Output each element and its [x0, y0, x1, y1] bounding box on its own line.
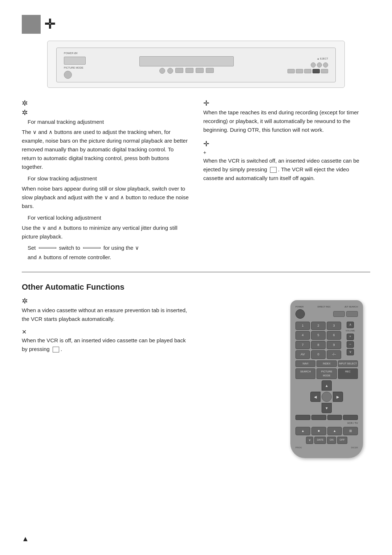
top-icon-area: ✛: [22, 15, 370, 34]
other-functions-heading: Other Automatic Functions: [22, 281, 370, 293]
power-label: POWER: [295, 305, 304, 309]
rec-btn[interactable]: REC: [338, 368, 358, 379]
bottom-btn-1[interactable]: ▲: [295, 427, 310, 436]
vcr-tape-slot: [139, 56, 234, 66]
down-small-btn[interactable]: ∨: [306, 437, 313, 444]
vcr-left-panel: POWER Ø/I PICTURE MODE: [64, 52, 86, 79]
bottom-btn-4[interactable]: ⊞: [343, 427, 358, 436]
nav-up-btn[interactable]: ▲: [322, 380, 332, 391]
vcr-buttons-row: [159, 68, 214, 74]
index-btn[interactable]: INDEX: [317, 360, 336, 367]
vcr-btn-2: [167, 68, 173, 74]
vertical-text: Use the ∨ and ∧ buttons to minimize any …: [22, 224, 189, 241]
btn-1[interactable]: 1: [295, 322, 310, 330]
bottom-arrow: ▲: [22, 533, 29, 544]
vcr-tv-labels: VCR / TV: [295, 421, 358, 425]
set-box-1: [39, 247, 56, 249]
btn-5[interactable]: 5: [311, 331, 326, 340]
vcr-btn-rect-1: [175, 68, 183, 73]
for-manual-label: For manual tracking adjustment: [28, 118, 189, 126]
jet-search-btn[interactable]: [346, 311, 358, 317]
btn-minus[interactable]: -/–: [327, 350, 341, 359]
btn-av[interactable]: AV: [295, 350, 310, 359]
btn-7[interactable]: 7: [295, 341, 310, 350]
btn-0[interactable]: 0: [311, 350, 326, 359]
play-btn[interactable]: [327, 415, 342, 420]
search-row: SEARCH PICTURE MODE REC: [295, 368, 358, 379]
prog-dicer-row: PROG DICER: [295, 446, 358, 449]
cassette-sym: ✲: [22, 297, 189, 305]
date-btn[interactable]: DATE: [314, 437, 326, 444]
pause-btn[interactable]: [311, 415, 326, 420]
btn-3[interactable]: 3: [327, 322, 341, 330]
gray-block-icon: [22, 15, 41, 34]
vol-plus-btn[interactable]: +: [347, 334, 354, 340]
bottom-btn-3[interactable]: ▲: [327, 427, 342, 436]
set-label: Set: [28, 244, 36, 252]
nav-center-btn[interactable]: [322, 392, 332, 402]
vcr-right-panel: ▲ EJECT: [287, 57, 328, 73]
right-column: ✛ When the tape reaches its end during r…: [203, 99, 370, 265]
eject-text: When the VCR is switched off, an inserte…: [203, 156, 370, 183]
slow-text: When noise bars appear during still or s…: [22, 184, 189, 211]
bottom-btns-row: ▲ ■ ▲ ⊞: [295, 427, 358, 436]
input-select-btn[interactable]: INPUT SELECT: [338, 360, 358, 367]
bottom-left-col: ✲ When a video cassette without an erasu…: [22, 297, 189, 458]
vcr-eject-label: ▲ EJECT: [317, 57, 328, 60]
vcr-diagram: POWER Ø/I PICTURE MODE ▲ EJECT: [47, 41, 345, 88]
bottom-btn-2[interactable]: ■: [311, 427, 326, 436]
on-btn[interactable]: ON: [327, 437, 336, 444]
play-button-placeholder: [53, 347, 59, 352]
vcr-power-label: POWER Ø/I: [64, 52, 86, 56]
vcr-btn-rect-3: [196, 68, 204, 73]
nav-right-btn[interactable]: ▶: [333, 392, 343, 402]
picture-mode-btn[interactable]: PICTURE MODE: [317, 368, 336, 379]
direct-rec-btn[interactable]: [333, 311, 345, 317]
direct-rec-label: DIRECT REC: [317, 305, 331, 309]
set-line: Set switch to for using the ∨: [28, 244, 189, 252]
stop-btn[interactable]: [295, 415, 310, 420]
power-button[interactable]: [295, 309, 305, 319]
nav-left-btn[interactable]: ◀: [310, 392, 320, 402]
top-symbol-icon: ✛: [44, 15, 55, 34]
jet-search-label: JET SEARCH: [344, 305, 358, 309]
btn-4[interactable]: 4: [295, 331, 310, 340]
auto-rewind-text: When the tape reaches its end during rec…: [203, 108, 370, 134]
number-grid-area: 1 2 3 4 5 6 7: [295, 322, 341, 359]
vol-minus-btn[interactable]: –: [347, 341, 354, 348]
search-btn[interactable]: SEARCH: [295, 368, 315, 379]
bottom-two-col: ✲ When a video cassette without an erasu…: [22, 297, 370, 458]
btn-2[interactable]: 2: [311, 322, 326, 330]
ff-btn[interactable]: [343, 415, 358, 420]
page: ✛ POWER Ø/I PICTURE MODE: [0, 0, 392, 555]
btn-6[interactable]: 6: [327, 331, 341, 340]
remote-area: POWER DIRECT REC JET SEARCH: [290, 300, 370, 458]
tracking-sym2: ✲: [22, 108, 189, 117]
transport-row: [295, 415, 358, 420]
two-col-section: ✲ ✲ For manual tracking adjustment The ∨…: [22, 99, 370, 265]
nav-cross-inner: ▲ ▼ ◀ ▶: [310, 380, 343, 413]
left-column: ✲ ✲ For manual tracking adjustment The ∨…: [22, 99, 189, 265]
vcr-btn-1: [159, 68, 165, 74]
off-btn[interactable]: OFF: [337, 437, 347, 444]
btn-9[interactable]: 9: [327, 341, 341, 350]
down-arrow-btn[interactable]: ∨: [347, 349, 354, 355]
tv-label: TV: [355, 421, 358, 425]
btn-8[interactable]: 8: [311, 341, 326, 350]
up-arrow-btn[interactable]: ∧: [347, 322, 354, 328]
tracking-sym1: ✲: [22, 99, 189, 107]
tracking-text: The ∨ and ∧ buttons are used to adjust t…: [22, 128, 189, 171]
auto-rewind-sym: ✛: [203, 99, 370, 107]
switch-to-label: switch to: [59, 244, 80, 252]
nav-down-btn[interactable]: ▼: [322, 403, 332, 413]
vcr-off-sym: ✕: [22, 328, 189, 335]
volume-label: VOLUME: [346, 329, 355, 332]
eject-sym2: +: [203, 149, 370, 156]
navi-btn[interactable]: NAVI: [295, 360, 315, 367]
remote-top-btns-row: [295, 309, 358, 319]
cassette-text: When a video cassette without an erasure…: [22, 306, 189, 323]
navi-row: NAVI INDEX INPUT SELECT: [295, 360, 358, 367]
set-box-2: [83, 247, 101, 249]
eject-sym1: ✛: [203, 139, 370, 148]
date-row: ∨ DATE ON OFF: [295, 437, 358, 444]
